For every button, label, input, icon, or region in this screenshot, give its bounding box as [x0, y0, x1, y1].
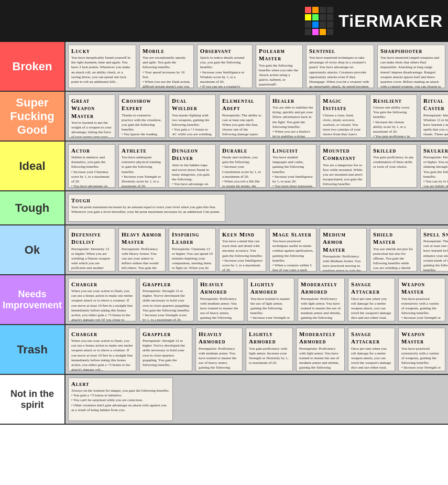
card-title: Crossbow Expert: [122, 97, 162, 112]
card-trash-savage[interactable]: Savage Attacker Once per turn when you r…: [348, 328, 395, 371]
tier-content-broken: Lucky You have inexplicably found yourse…: [65, 42, 448, 91]
card-body: Prerequisite: Dexterity 13 or higher. Yo…: [423, 155, 448, 188]
card-lucky[interactable]: Lucky You have inexplicably found yourse…: [68, 45, 136, 88]
card-trash-mod-armored[interactable]: Moderately Armored Prerequisite: Profici…: [296, 328, 345, 371]
cards-ideal: Actor Skilled at mimicry and dramatics, …: [65, 142, 448, 190]
card-mobile[interactable]: Mobile You are exceptionally speedy and …: [139, 45, 194, 88]
card-dungeon-delver[interactable]: Dungeon Delver Alert to the hidden traps…: [169, 144, 216, 188]
card-sentinel[interactable]: Sentinel You have mastered techniques to…: [306, 45, 374, 88]
logo-text: TiERMAKER: [338, 12, 443, 31]
card-body: Prerequisite: Proficiency with light arm…: [299, 347, 340, 371]
tier-row-needs: Needs Improvement Charger When you use y…: [0, 275, 448, 325]
card-trash-charger[interactable]: Charger When you use your action to Dash…: [68, 328, 136, 371]
card-trash-weapon-master[interactable]: Weapon Master You have practiced extensi…: [398, 328, 445, 371]
card-title: Shield Master: [373, 231, 414, 246]
card-trash-heavily-armored[interactable]: Heavily Armored Prerequisite: Proficienc…: [195, 328, 243, 371]
card-body: You have a mind that can track time and …: [222, 239, 263, 272]
tier-content-ok: Defensive Duelist Prerequisite: Dexterit…: [65, 225, 448, 274]
card-body: You have practiced extensively with a va…: [401, 347, 442, 371]
card-title: Observant: [200, 47, 249, 55]
card-elemental-adept[interactable]: Elemental Adept Prerequisite: The abilit…: [219, 94, 266, 138]
card-title: Heavily Armored: [199, 330, 239, 346]
card-title: Skulker: [423, 147, 448, 154]
card-title: Ritual Caster: [423, 97, 448, 112]
cards-broken: Lucky You have inexplicably found yourse…: [65, 42, 448, 91]
logo-cell: [312, 7, 319, 13]
cards-super: Great Weapon Master You've learned to pu…: [65, 92, 448, 141]
card-skulker[interactable]: Skulker Prerequisite: Dexterity 13 or hi…: [420, 144, 448, 188]
card-observant[interactable]: Observant Quick to notice details around…: [197, 45, 253, 88]
logo-cell: [312, 14, 319, 20]
card-body: You gain proficiency in any combination …: [373, 155, 414, 169]
card-ritual-caster[interactable]: Ritual Caster Prerequisite: Intelligence…: [420, 94, 448, 138]
card-body: You have inexplicably found yourself in …: [71, 56, 130, 83]
card-durable[interactable]: Durable Hardy and resilient, you gain th…: [219, 144, 266, 188]
card-title: Medium Armor Master: [323, 231, 364, 253]
tier-label-trash: Trash: [0, 325, 65, 374]
card-body: Thanks to extensive practice with the cr…: [122, 113, 161, 138]
card-grappler[interactable]: Grappler Prerequisite: Strength 13 or hi…: [139, 278, 194, 321]
tier-row-ideal: Ideal Actor Skilled at mimicry and drama…: [0, 142, 448, 191]
card-actor[interactable]: Actor Skilled at mimicry and dramatics, …: [68, 144, 115, 188]
card-magic-initiate[interactable]: Magic Initiate Choose a class: bard, cle…: [320, 94, 367, 138]
card-sharpshooter[interactable]: Sharpshooter You have mastered ranged we…: [377, 45, 445, 88]
card-mounted-combatant[interactable]: Mounted Combatant You are a dangerous fo…: [320, 144, 367, 188]
card-trash-grappler[interactable]: Grappler Prerequisite: Strength 13 or hi…: [139, 328, 192, 371]
card-title: Charger: [71, 281, 133, 288]
card-inspiring-leader[interactable]: Inspiring Leader Prerequisite: Charisma …: [169, 228, 216, 272]
card-spell-sniper[interactable]: Spell Sniper Prerequisite: The ability t…: [420, 228, 448, 272]
card-title: Sentinel: [309, 47, 371, 55]
card-body: Always on the lookout for danger, you ga…: [71, 389, 169, 412]
tier-content-not: Alert Always on the lookout for danger, …: [65, 375, 448, 424]
card-alert[interactable]: Alert Always on the lookout for danger, …: [68, 378, 173, 421]
tiermaker-logo: TiERMAKER: [305, 7, 443, 35]
card-title: Durable: [222, 147, 263, 154]
tier-content-tough: Tough Your hit point maximum increases b…: [65, 191, 448, 224]
card-body: When you use your action to Dash, you ca…: [71, 289, 133, 321]
card-title: Lightly Armored: [249, 330, 290, 346]
cards-needs: Charger When you use your action to Dash…: [65, 275, 448, 324]
card-athlete[interactable]: Athlete You have undergone extensive phy…: [118, 144, 166, 188]
tier-content-ideal: Actor Skilled at mimicry and dramatics, …: [65, 142, 448, 190]
card-body: Your hit point maximum increases by an a…: [71, 205, 220, 214]
logo-cell: [312, 21, 319, 28]
card-body: Prerequisite: The ability to cast at lea…: [222, 113, 263, 138]
logo-cell: [305, 29, 311, 35]
card-body: You gain proficiency with light armor. I…: [249, 347, 288, 365]
card-savage-attacker[interactable]: Savage Attacker Once per turn when you r…: [348, 278, 395, 321]
card-heavily-armored[interactable]: Heavily Armored Prerequisite: Proficienc…: [197, 278, 244, 321]
tier-label-broken: Broken: [0, 42, 65, 91]
card-title: Weapon Master: [401, 330, 442, 346]
tier-label-super: Super Fucking Good: [0, 92, 65, 141]
card-gwm[interactable]: Great Weapon Master You've learned to pu…: [68, 94, 115, 138]
card-shield-master[interactable]: Shield Master You use shields not just f…: [370, 228, 417, 272]
card-dual-wielder[interactable]: Dual Wielder You master fighting with tw…: [169, 94, 216, 138]
card-resilient[interactable]: Resilient Choose one ability score. You …: [370, 94, 417, 138]
card-body: You are able to stabilize the dying, qui…: [272, 105, 313, 138]
card-crossbow[interactable]: Crossbow Expert Thanks to extensive prac…: [118, 94, 166, 138]
card-body: Choose one ability score. You gain the f…: [373, 105, 410, 138]
card-title: Tough: [71, 197, 222, 204]
card-linguist[interactable]: Linguist You have studied languages and …: [269, 144, 316, 188]
card-medium-armor-master[interactable]: Medium Armor Master Prerequisite: Profic…: [320, 228, 367, 272]
card-tough[interactable]: Tough Your hit point maximum increases b…: [68, 194, 225, 222]
card-trash-lightly-armored[interactable]: Lightly Armored You gain proficiency wit…: [246, 328, 293, 371]
card-title: Alert: [71, 380, 170, 387]
card-body: You have practiced techniques useful in …: [272, 239, 313, 272]
card-keen-mind[interactable]: Keen Mind You have a mind that can track…: [219, 228, 266, 272]
card-heavy-armor-master[interactable]: Heavy Armor Master Prerequisite: Profici…: [118, 228, 166, 272]
card-healer[interactable]: Healer You are able to stabilize the dyi…: [269, 94, 316, 138]
card-title: Sharpshooter: [380, 47, 442, 55]
card-body: Prerequisite: Strength 13 or higher. You…: [143, 289, 191, 321]
card-charger[interactable]: Charger When you use your action to Dash…: [68, 278, 136, 321]
card-moderately-armored[interactable]: Moderately Armored Prerequisite: Profici…: [298, 278, 345, 321]
card-weapon-master[interactable]: Weapon Master You have practiced extensi…: [398, 278, 445, 321]
card-polearm-master[interactable]: Polearm Master You gain the following be…: [256, 45, 303, 88]
card-defensive-duelist[interactable]: Defensive Duelist Prerequisite: Dexterit…: [68, 228, 115, 272]
card-title: Charger: [71, 330, 133, 338]
card-body: Prerequisite: Charisma 13 or higher. You…: [172, 247, 213, 272]
card-lightly-armored[interactable]: Lightly Armored You have trained to mast…: [247, 278, 294, 321]
card-skilled[interactable]: Skilled You gain proficiency in any comb…: [370, 144, 417, 188]
card-mage-slayer[interactable]: Mage Slayer You have practiced technique…: [269, 228, 316, 272]
card-body: Prerequisite: Strength 13 or higher. You…: [143, 339, 185, 367]
